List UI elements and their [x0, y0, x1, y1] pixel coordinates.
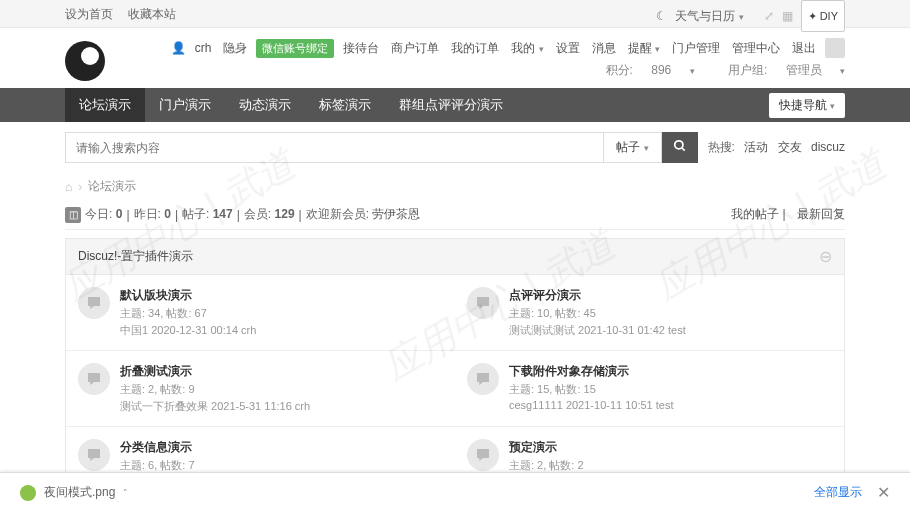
speech-bubble-icon [78, 287, 110, 319]
section-title: Discuz!-置宁插件演示 [78, 248, 193, 265]
nav-tags[interactable]: 标签演示 [305, 88, 385, 122]
nav-activity[interactable]: 动态演示 [225, 88, 305, 122]
speech-bubble-icon [78, 439, 110, 471]
svg-line-1 [681, 148, 684, 151]
forum-last-post[interactable]: cesg11111 2021-10-11 10:51 test [509, 399, 832, 411]
forum-last-post[interactable]: 中国1 2020-12-31 00:14 crh [120, 323, 443, 338]
latest-reply-link[interactable]: 最新回复 [797, 207, 845, 221]
grid-icon[interactable]: ▦ [782, 2, 793, 30]
stealth-link[interactable]: 隐身 [220, 40, 250, 57]
forum-last-post[interactable]: 测试测试测试 2021-10-31 01:42 test [509, 323, 832, 338]
forum-title[interactable]: 预定演示 [509, 439, 832, 456]
my-posts-link[interactable]: 我的帖子 [731, 207, 779, 221]
forum-meta: 主题: 34, 帖数: 67 [120, 306, 443, 321]
yesterday-stat: 昨日: 0 [134, 206, 171, 223]
search-button[interactable] [662, 132, 698, 163]
file-icon [20, 485, 36, 501]
credits-display: 积分: 896 ▾ [591, 63, 695, 77]
usergroup-display: 用户组: 管理员 ▾ [713, 63, 845, 77]
download-filename[interactable]: 夜间模式.png [44, 484, 115, 501]
set-homepage-link[interactable]: 设为首页 [65, 7, 113, 21]
nav-portal[interactable]: 门户演示 [145, 88, 225, 122]
collapse-icon[interactable]: ⊖ [819, 247, 832, 266]
nav-groups[interactable]: 群组点评评分演示 [385, 88, 517, 122]
hot-search: 热搜: 活动 交友 discuz [708, 132, 845, 163]
forum-title[interactable]: 点评评分演示 [509, 287, 832, 304]
search-type-select[interactable]: 帖子 ▾ [604, 132, 661, 163]
my-link[interactable]: 我的 ▾ [508, 40, 546, 57]
forum-meta: 主题: 10, 帖数: 45 [509, 306, 832, 321]
forum-title[interactable]: 分类信息演示 [120, 439, 443, 456]
forum-meta: 主题: 6, 帖数: 7 [120, 458, 443, 473]
members-stat: 会员: 129 [244, 206, 295, 223]
quick-nav-button[interactable]: 快捷导航 ▾ [769, 93, 845, 118]
download-bar: 夜间模式.png ˄ 全部显示 ✕ [0, 472, 910, 512]
main-nav: 论坛演示 门户演示 动态演示 标签演示 群组点评评分演示 快捷导航 ▾ [0, 88, 910, 122]
settings-link[interactable]: 设置 [553, 40, 583, 57]
forum-meta: 主题: 2, 帖数: 9 [120, 382, 443, 397]
speech-bubble-icon [467, 439, 499, 471]
diy-button[interactable]: ✦ DIY [801, 0, 845, 32]
show-all-downloads-link[interactable]: 全部显示 [814, 484, 862, 501]
admin-center-link[interactable]: 管理中心 [729, 40, 783, 57]
close-icon[interactable]: ✕ [877, 483, 890, 502]
posts-stat: 帖子: 147 [182, 206, 233, 223]
header: 👤 crh 隐身 微信账号绑定 接待台 商户订单 我的订单 我的 ▾ 设置 消息… [0, 28, 910, 88]
today-stat: 今日: 0 [85, 206, 122, 223]
merchant-orders-link[interactable]: 商户订单 [388, 40, 442, 57]
topbar: 设为首页 收藏本站 ☾ 天气与日历 ▾ ⤢ ▦ ✦ DIY [0, 0, 910, 28]
site-logo[interactable] [65, 41, 105, 81]
nav-forum[interactable]: 论坛演示 [65, 88, 145, 122]
home-icon[interactable]: ⌂ [65, 180, 72, 194]
welcome-stat: 欢迎新会员: 劳伊茶恩 [306, 206, 421, 223]
username-link[interactable]: crh [192, 41, 215, 55]
my-orders-link[interactable]: 我的订单 [448, 40, 502, 57]
wechat-bind-button[interactable]: 微信账号绑定 [256, 39, 334, 58]
forum-title[interactable]: 下载附件对象存储演示 [509, 363, 832, 380]
breadcrumb-forum[interactable]: 论坛演示 [88, 178, 136, 195]
expand-icon[interactable]: ⤢ [764, 2, 774, 30]
messages-link[interactable]: 消息 [589, 40, 619, 57]
hot-link[interactable]: 活动 [744, 140, 768, 154]
forum-title[interactable]: 折叠测试演示 [120, 363, 443, 380]
notifications-link[interactable]: 提醒 ▾ [625, 40, 663, 57]
moon-icon: ☾ [656, 2, 667, 30]
breadcrumb: ⌂ › 论坛演示 [65, 173, 845, 200]
favorite-site-link[interactable]: 收藏本站 [128, 7, 176, 21]
user-icon: 👤 [171, 41, 186, 55]
search-input[interactable] [65, 132, 604, 163]
forum-title[interactable]: 默认版块演示 [120, 287, 443, 304]
hot-link[interactable]: discuz [811, 140, 845, 154]
speech-bubble-icon [78, 363, 110, 395]
forum-last-post[interactable]: 测试一下折叠效果 2021-5-31 11:16 crh [120, 399, 443, 414]
forum-meta: 主题: 15, 帖数: 15 [509, 382, 832, 397]
weather-calendar-link[interactable]: 天气与日历 ▾ [675, 2, 743, 31]
section-header[interactable]: Discuz!-置宁插件演示 ⊖ [65, 238, 845, 275]
speech-bubble-icon [467, 363, 499, 395]
svg-point-0 [674, 141, 682, 149]
forum-meta: 主题: 2, 帖数: 2 [509, 458, 832, 473]
avatar[interactable] [825, 38, 845, 58]
chevron-up-icon[interactable]: ˄ [123, 488, 128, 498]
stats-icon: ◫ [65, 207, 81, 223]
hot-link[interactable]: 交友 [778, 140, 802, 154]
speech-bubble-icon [467, 287, 499, 319]
logout-link[interactable]: 退出 [789, 40, 819, 57]
reception-link[interactable]: 接待台 [340, 40, 382, 57]
portal-admin-link[interactable]: 门户管理 [669, 40, 723, 57]
